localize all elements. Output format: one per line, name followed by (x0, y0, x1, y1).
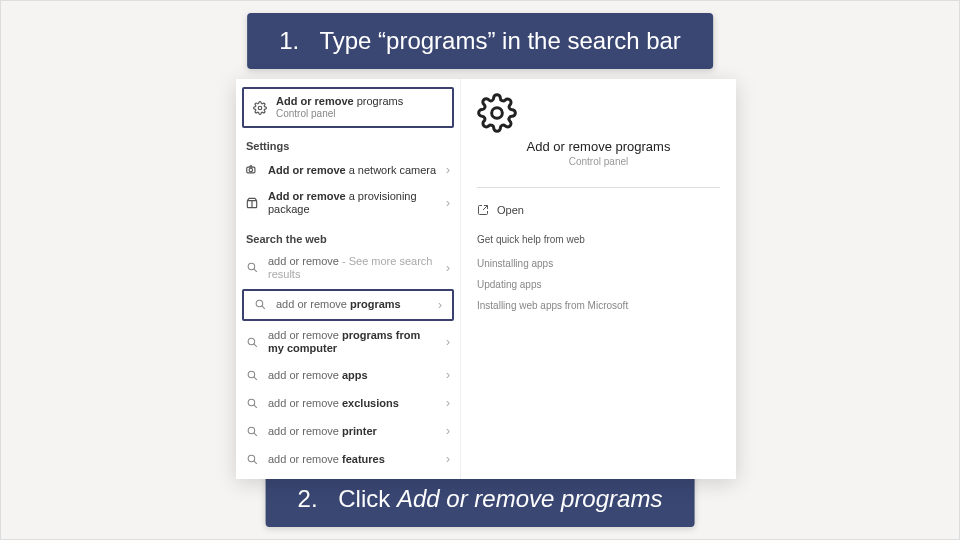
instruction-step-2: 2. Click Add or remove programs (266, 471, 695, 527)
detail-subtitle: Control panel (477, 156, 720, 167)
section-header-settings: Settings (236, 130, 460, 156)
result-network-camera[interactable]: Add or remove a network camera › (236, 156, 460, 184)
chevron-right-icon: › (446, 335, 450, 349)
search-icon (244, 395, 260, 411)
chevron-right-icon: › (446, 424, 450, 438)
svg-point-10 (248, 455, 255, 462)
chevron-right-icon: › (446, 261, 450, 275)
chevron-right-icon: › (446, 163, 450, 177)
help-link-updating[interactable]: Updating apps (477, 274, 720, 295)
step-text: Type “programs” in the search bar (319, 27, 681, 54)
help-link-installing-web[interactable]: Installing web apps from Microsoft (477, 295, 720, 316)
detail-title: Add or remove programs (477, 139, 720, 154)
instruction-step-1: 1. Type “programs” in the search bar (247, 13, 713, 69)
search-icon (244, 260, 260, 276)
step-text-em: Add or remove programs (397, 485, 662, 512)
svg-point-2 (249, 168, 253, 172)
web-result-exclusions[interactable]: add or remove exclusions › (236, 389, 460, 417)
search-icon (244, 367, 260, 383)
results-list: Add or remove programs Control panel Set… (236, 79, 461, 479)
step-number: 1. (279, 27, 299, 54)
help-header: Get quick help from web (477, 234, 720, 245)
open-label: Open (497, 204, 524, 216)
search-icon (244, 334, 260, 350)
divider (477, 187, 720, 188)
search-results-panel: Add or remove programs Control panel Set… (236, 79, 736, 479)
chevron-right-icon: › (446, 396, 450, 410)
svg-point-11 (492, 108, 503, 119)
camera-icon (244, 162, 260, 178)
search-icon (244, 451, 260, 467)
step-text-prefix: Click (338, 485, 397, 512)
section-header-web: Search the web (236, 223, 460, 249)
search-icon (252, 297, 268, 313)
chevron-right-icon: › (446, 196, 450, 210)
svg-point-5 (256, 301, 262, 308)
search-icon (244, 423, 260, 439)
svg-point-7 (248, 371, 255, 378)
open-icon (477, 204, 489, 216)
gear-icon (252, 100, 268, 116)
help-link-uninstalling[interactable]: Uninstalling apps (477, 253, 720, 274)
chevron-right-icon: › (446, 452, 450, 466)
gear-icon (477, 93, 720, 133)
step-number: 2. (298, 485, 318, 512)
svg-point-9 (248, 427, 255, 434)
result-detail-pane: Add or remove programs Control panel Ope… (461, 79, 736, 479)
open-action[interactable]: Open (477, 200, 720, 220)
web-result-programs[interactable]: add or remove programs › (242, 289, 454, 321)
web-result-printer[interactable]: add or remove printer › (236, 417, 460, 445)
chevron-right-icon: › (446, 368, 450, 382)
web-result-programs-from-computer[interactable]: add or remove programs from my computer … (236, 323, 460, 361)
svg-point-4 (248, 263, 255, 270)
result-add-remove-programs[interactable]: Add or remove programs Control panel (242, 87, 454, 128)
web-result-apps[interactable]: add or remove apps › (236, 361, 460, 389)
chevron-right-icon: › (438, 298, 442, 312)
result-provisioning-package[interactable]: Add or remove a provisioning package › (236, 184, 460, 222)
web-result-features[interactable]: add or remove features › (236, 445, 460, 473)
svg-point-6 (248, 338, 255, 345)
svg-point-0 (258, 106, 262, 110)
package-icon (244, 195, 260, 211)
svg-point-8 (248, 399, 255, 406)
web-result-more[interactable]: add or remove - See more search results … (236, 249, 460, 287)
